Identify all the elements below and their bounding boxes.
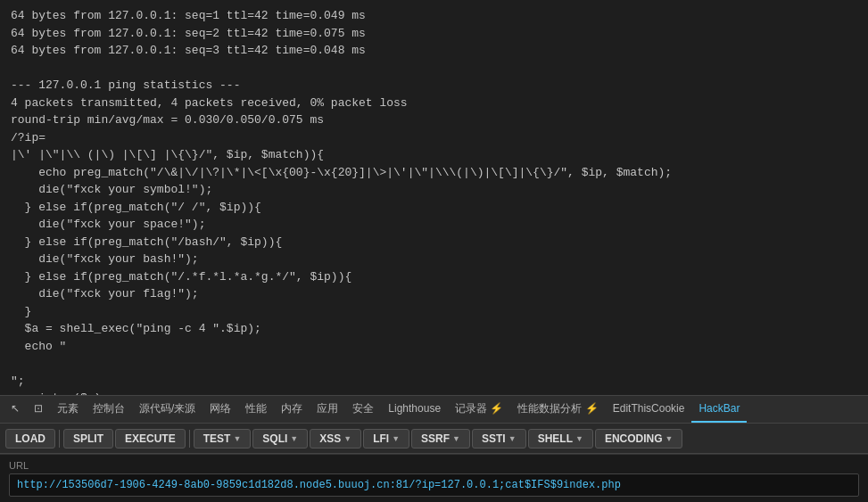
url-input[interactable] (9, 473, 859, 497)
devtools-nav-performance[interactable]: 性能 (238, 396, 274, 423)
hackbar-btn-ssrf[interactable]: SSRF▼ (411, 429, 470, 449)
devtools-nav-lighthouse[interactable]: Lighthouse (381, 396, 448, 423)
code-display: 64 bytes from 127.0.0.1: seq=1 ttl=42 ti… (0, 0, 868, 395)
devtools-nav-hackbar[interactable]: HackBar (691, 396, 747, 423)
toolbar-separator (59, 430, 60, 448)
hackbar-btn-xss[interactable]: XSS▼ (310, 429, 361, 449)
hackbar-btn-test[interactable]: TEST▼ (194, 429, 252, 449)
dropdown-arrow-icon: ▼ (343, 434, 351, 443)
devtools-nav-editthiscookie[interactable]: EditThisCookie (606, 396, 692, 423)
devtools-nav-application[interactable]: 应用 (310, 396, 345, 423)
dropdown-arrow-icon: ▼ (575, 434, 583, 443)
dropdown-arrow-icon: ▼ (452, 434, 460, 443)
hackbar-btn-execute[interactable]: EXECUTE (115, 429, 186, 449)
hackbar-btn-ssti[interactable]: SSTI▼ (472, 429, 526, 449)
dropdown-arrow-icon: ▼ (392, 434, 400, 443)
devtools-nav-inspect[interactable]: ↖ (4, 396, 27, 423)
devtools-nav-elements[interactable]: 元素 (50, 396, 86, 423)
devtools-nav-recorder[interactable]: 记录器 ⚡ (448, 396, 510, 423)
dropdown-arrow-icon: ▼ (290, 434, 298, 443)
devtools-nav-device[interactable]: ⊡ (27, 396, 50, 423)
dropdown-arrow-icon: ▼ (233, 434, 241, 443)
hackbar-btn-encoding[interactable]: ENCODING▼ (595, 429, 683, 449)
hackbar-btn-shell[interactable]: SHELL▼ (528, 429, 593, 449)
url-label: URL (9, 460, 859, 471)
devtools-nav-security[interactable]: 安全 (345, 396, 381, 423)
devtools-navbar: ↖⊡元素控制台源代码/来源网络性能内存应用安全Lighthouse记录器 ⚡性能… (0, 395, 868, 424)
hackbar-btn-lfi[interactable]: LFI▼ (363, 429, 409, 449)
toolbar-separator (189, 430, 190, 448)
devtools-nav-sources[interactable]: 源代码/来源 (132, 396, 203, 423)
url-bar-container: URL (0, 454, 868, 502)
hackbar-btn-load[interactable]: LOAD (5, 429, 55, 449)
devtools-nav-memory[interactable]: 内存 (274, 396, 310, 423)
devtools-nav-network[interactable]: 网络 (203, 396, 238, 423)
devtools-nav-performance-insights[interactable]: 性能数据分析 ⚡ (510, 396, 605, 423)
hackbar-toolbar: LOADSPLITEXECUTETEST▼SQLI▼XSS▼LFI▼SSRF▼S… (0, 424, 868, 454)
devtools-nav-console[interactable]: 控制台 (86, 396, 132, 423)
hackbar-btn-split[interactable]: SPLIT (63, 429, 113, 449)
dropdown-arrow-icon: ▼ (508, 434, 517, 443)
dropdown-arrow-icon: ▼ (665, 434, 674, 443)
hackbar-btn-sqli[interactable]: SQLI▼ (252, 429, 308, 449)
